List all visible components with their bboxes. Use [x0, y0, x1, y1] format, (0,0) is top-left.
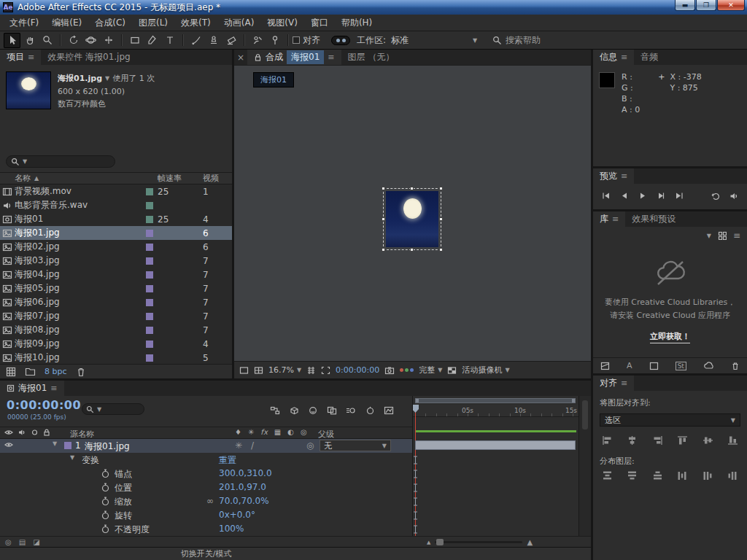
tab-preview[interactable]: 预览 ≡ — [593, 168, 634, 184]
layer-visibility-eye-icon[interactable] — [4, 441, 13, 448]
timeline-search-input[interactable]: ▼ — [82, 403, 144, 415]
layer-fx-switch[interactable]: / — [251, 440, 254, 451]
close-button[interactable]: ✕ — [717, 0, 745, 11]
expand-transfer-toggle-icon[interactable]: ◪ — [33, 538, 39, 546]
resolution-select[interactable]: 完整▼ — [419, 365, 442, 376]
trash-icon[interactable] — [76, 367, 86, 377]
project-row[interactable]: 海报01 25 4 — [0, 212, 232, 226]
comp-timecode[interactable]: 0:00:00:00 — [336, 365, 379, 375]
panel-menu-icon[interactable]: ≡ — [328, 52, 334, 62]
clone-stamp-tool-button[interactable] — [205, 33, 222, 48]
shape-tool-button[interactable] — [126, 33, 143, 48]
get-now-link[interactable]: 立即获取！ — [650, 331, 690, 343]
tab-libraries[interactable]: 库 ≡ — [593, 211, 625, 227]
rotation-value[interactable]: 0x+0.0° — [219, 510, 255, 520]
snapping-toggle[interactable]: 对齐 — [293, 34, 325, 47]
project-search-input[interactable]: ▼ — [6, 155, 115, 168]
work-area-end-handle[interactable] — [572, 399, 575, 402]
transform-group-row[interactable]: ▼ 变换 重置 — [0, 453, 412, 467]
menu-view[interactable]: 视图(V) — [260, 15, 304, 31]
selection-handle[interactable] — [382, 217, 385, 221]
label-color-swatch[interactable] — [146, 188, 153, 195]
zoom-slider[interactable] — [435, 541, 522, 543]
timeline-right-scrollbar[interactable] — [578, 396, 591, 536]
show-channel-icon[interactable] — [400, 368, 414, 372]
project-row[interactable]: 海报04.jpg 7 — [0, 268, 232, 281]
panel-menu-icon[interactable]: ≡ — [50, 384, 57, 393]
project-row[interactable]: 海报02.jpg 6 — [0, 240, 232, 254]
current-timecode[interactable]: 0:00:00:00 — [7, 398, 81, 412]
selection-tool-button[interactable] — [4, 33, 20, 48]
layer-row[interactable]: ▼ 1 海报01.jpg ✳ / ◎ 无 ▼ — [0, 439, 412, 453]
stopwatch-icon[interactable] — [101, 483, 110, 492]
align-horizontal-center-button[interactable] — [626, 435, 639, 446]
sync-settings-badge[interactable] — [331, 36, 350, 45]
link-dimensions-icon[interactable]: ∞ — [206, 496, 214, 506]
transparency-grid-icon[interactable] — [447, 366, 457, 375]
snapping-checkbox[interactable] — [293, 36, 300, 44]
menu-window[interactable]: 窗口 — [304, 15, 335, 31]
label-color-swatch[interactable] — [146, 313, 153, 320]
distribute-bottom-button[interactable] — [651, 470, 664, 481]
selection-handle[interactable] — [382, 248, 385, 252]
puppet-pin-tool-button[interactable] — [266, 33, 283, 48]
project-row[interactable]: 海报05.jpg 7 — [0, 281, 232, 295]
selection-handle[interactable] — [382, 187, 385, 190]
project-row[interactable]: 海报10.jpg 5 — [0, 351, 232, 364]
time-ruler[interactable]: 05s 10s 15s — [413, 405, 578, 417]
layer-duration-bar[interactable] — [415, 440, 576, 450]
distribute-vertical-center-button[interactable] — [626, 470, 639, 481]
scrollbar-thumb[interactable] — [582, 400, 588, 429]
timeline-track-area[interactable]: 05s 10s 15s — [412, 396, 578, 536]
panel-menu-icon[interactable]: ≡ — [28, 52, 34, 62]
column-video[interactable]: 视频 — [200, 173, 232, 184]
panel-menu-icon[interactable]: ≡ — [621, 378, 627, 388]
selection-handle[interactable] — [439, 187, 443, 190]
column-source-name[interactable]: 源名称 — [70, 429, 94, 440]
close-icon[interactable]: × — [234, 50, 247, 65]
column-framerate[interactable]: 帧速率 — [156, 173, 200, 184]
parent-pickwhip-icon[interactable]: ◎ — [306, 440, 314, 451]
tab-info[interactable]: 信息 ≡ — [593, 50, 634, 65]
snapshot-camera-icon[interactable] — [384, 366, 395, 375]
label-color-swatch[interactable] — [146, 216, 153, 223]
distribute-right-button[interactable] — [727, 470, 740, 481]
tab-project[interactable]: 项目 ≡ — [0, 50, 41, 65]
stopwatch-icon[interactable] — [101, 497, 110, 506]
property-row-opacity[interactable]: 不透明度 100% — [0, 522, 412, 536]
previous-frame-button[interactable] — [616, 190, 632, 202]
project-row[interactable]: 海报09.jpg 4 — [0, 337, 232, 351]
parent-select[interactable]: 无 ▼ — [320, 440, 391, 451]
grid-view-icon[interactable] — [718, 231, 727, 240]
chevron-down-icon[interactable]: ▼ — [105, 75, 109, 82]
menu-composition[interactable]: 合成(C) — [88, 15, 132, 31]
panel-menu-icon[interactable]: ≡ — [612, 214, 619, 224]
align-left-button[interactable] — [600, 435, 614, 446]
roto-brush-tool-button[interactable] — [249, 33, 266, 48]
work-area-start-handle[interactable] — [416, 399, 419, 402]
stopwatch-icon[interactable] — [101, 469, 110, 478]
frame-blending-button[interactable] — [325, 404, 338, 416]
distribute-left-button[interactable] — [676, 470, 689, 481]
graphic-icon[interactable] — [649, 362, 659, 370]
audio-mute-button[interactable] — [727, 190, 742, 202]
layer-label-color[interactable] — [64, 442, 71, 449]
zoom-tool-button[interactable] — [39, 33, 55, 48]
align-to-select[interactable]: 选区 ▼ — [600, 413, 740, 427]
comp-mini-flowchart-button[interactable] — [268, 404, 282, 416]
workspace-select[interactable]: 标准 ▼ — [391, 34, 477, 47]
scale-value[interactable]: 70.0,70.0% — [219, 496, 269, 506]
composition-canvas-image[interactable] — [386, 191, 438, 247]
panel-menu-icon[interactable]: ≡ — [621, 171, 627, 181]
label-color-swatch[interactable] — [146, 244, 153, 251]
draft-3d-button[interactable] — [287, 404, 301, 416]
label-color-swatch[interactable] — [146, 341, 153, 348]
menu-edit[interactable]: 编辑(E) — [45, 15, 88, 31]
project-row[interactable]: 背景视频.mov 25 1 — [0, 184, 232, 198]
anchor-point-value[interactable]: 300.0,310.0 — [219, 468, 272, 478]
group-expander[interactable]: ▼ — [70, 454, 74, 461]
toggle-switches-modes-button[interactable]: 切换开关/模式 — [0, 548, 412, 559]
tab-timeline-comp[interactable]: 海报01 ≡ — [0, 381, 64, 396]
comp-navigator-chip[interactable]: 海报01 — [253, 72, 294, 88]
zoom-out-mountain-icon[interactable]: ▲ — [427, 540, 430, 545]
